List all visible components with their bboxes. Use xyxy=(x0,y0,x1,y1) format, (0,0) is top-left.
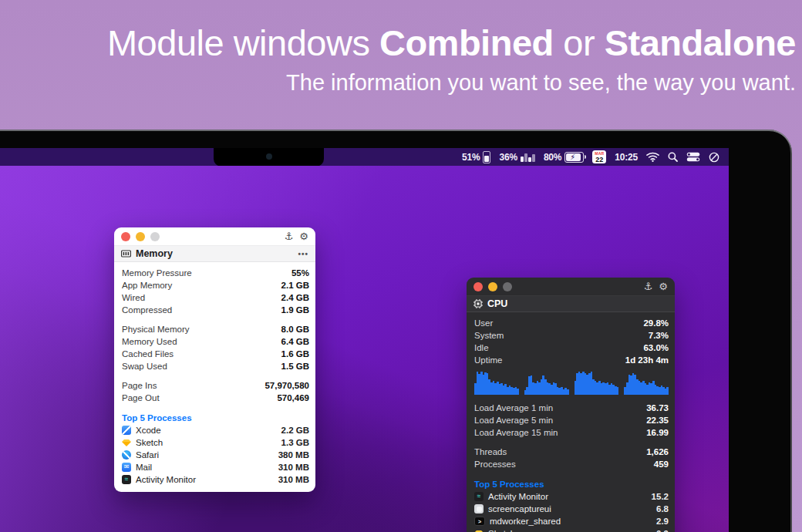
minimize-button[interactable] xyxy=(136,232,145,241)
stat-value: 1.5 GB xyxy=(281,362,309,371)
stat-row: Cached Files1.6 GB xyxy=(122,348,309,360)
traffic-lights xyxy=(473,282,512,291)
stat-value: 1.6 GB xyxy=(281,349,309,359)
cpu-top5-header: Top 5 Processes xyxy=(474,477,669,490)
stat-value: 570,469 xyxy=(277,393,309,402)
wifi-icon[interactable] xyxy=(646,152,659,162)
process-row: Safari380 MB xyxy=(122,449,309,461)
memory-module-window: ⚓ ⚙ Memory ••• Memory Pressure55%App Mem… xyxy=(114,227,315,492)
activity-app-icon: ≈ xyxy=(122,475,131,484)
stat-value: 1,626 xyxy=(646,447,669,456)
display-notch xyxy=(214,148,324,167)
stat-label: Load Average 15 min xyxy=(474,428,646,437)
memory-titlebar[interactable]: ⚓ ⚙ xyxy=(114,227,315,246)
stat-value: 7.3% xyxy=(649,331,669,340)
menubar-clock[interactable]: 10:25 xyxy=(615,152,638,163)
cpu-history-chart xyxy=(524,369,569,395)
process-row: Sketch0.9 xyxy=(474,527,669,532)
cpu-stats-group-1: User29.8%System7.3%Idle63.0%Uptime1d 23h… xyxy=(474,317,669,366)
stat-value: 1d 23h 4m xyxy=(625,355,669,365)
stat-value: 6.4 GB xyxy=(281,337,309,346)
process-value: 310 MB xyxy=(278,475,309,484)
process-row: >mdworker_shared2.9 xyxy=(474,515,669,527)
calendar-icon[interactable]: MAR 22 xyxy=(592,150,606,163)
cpu-titlebar[interactable]: ⚓ ⚙ xyxy=(467,278,675,296)
stat-label: Memory Used xyxy=(122,337,281,346)
gear-icon[interactable]: ⚙ xyxy=(659,281,668,292)
stat-row: App Memory2.1 GB xyxy=(122,279,309,291)
traffic-lights xyxy=(121,232,160,241)
stat-row: Memory Pressure55% xyxy=(122,267,309,279)
pin-icon[interactable]: ⚓ xyxy=(285,231,294,242)
stat-label: Load Average 5 min xyxy=(474,416,646,425)
memory-stats-group-1: Memory Pressure55%App Memory2.1 GBWired2… xyxy=(122,267,309,316)
cpu-core-history-charts xyxy=(474,369,669,395)
cpu-module-window: ⚓ ⚙ CPU User29.8%System7.3%Idle63.0%Upti… xyxy=(467,278,675,532)
stat-label: Cached Files xyxy=(122,349,281,359)
process-row: ≈Activity Monitor15.2 xyxy=(474,490,669,503)
process-name: Activity Monitor xyxy=(488,492,647,501)
cpu-stats-group-3: Threads1,626Processes459 xyxy=(474,446,669,470)
process-value: 15.2 xyxy=(652,492,669,501)
more-menu-button[interactable]: ••• xyxy=(298,250,308,258)
terminal-app-icon: > xyxy=(474,517,485,526)
process-value: 0.9 xyxy=(656,529,669,532)
search-icon[interactable] xyxy=(668,152,678,162)
stat-label: Page Ins xyxy=(122,381,265,390)
stat-row: Page Out570,469 xyxy=(122,392,309,404)
process-value: 2.2 GB xyxy=(281,426,309,435)
page-title-regular-1: Module windows xyxy=(107,22,379,63)
stat-row: Compressed1.9 GB xyxy=(122,304,309,316)
stat-row: Load Average 5 min22.35 xyxy=(474,414,669,426)
menubar-memory-item[interactable]: 51% xyxy=(462,151,490,163)
process-row: ✉Mail310 MB xyxy=(122,461,309,473)
battery-percent: 80% xyxy=(544,152,561,163)
stat-value: 459 xyxy=(654,460,669,469)
close-button[interactable] xyxy=(473,282,483,291)
memory-title: Memory xyxy=(136,248,173,259)
process-name: Safari xyxy=(136,450,274,460)
sketch-app-icon xyxy=(474,529,484,532)
process-value: 2.9 xyxy=(656,517,669,526)
cpu-title: CPU xyxy=(487,298,507,309)
gear-icon[interactable]: ⚙ xyxy=(299,231,308,242)
stat-value: 55% xyxy=(291,268,309,278)
hero-banner: Module windows Combined or Standalone Th… xyxy=(0,23,796,96)
screencap-app-icon xyxy=(474,504,484,513)
zoom-button[interactable] xyxy=(503,282,512,291)
memory-top5-header: Top 5 Processes xyxy=(122,411,309,424)
minimize-button[interactable] xyxy=(488,282,497,291)
process-row: ≈Activity Monitor310 MB xyxy=(122,473,309,486)
sketch-app-icon xyxy=(122,438,131,447)
stat-label: Load Average 1 min xyxy=(474,403,646,412)
stat-row: Uptime1d 23h 4m xyxy=(474,354,669,366)
zoom-button[interactable] xyxy=(150,232,160,241)
stat-label: Compressed xyxy=(122,305,281,315)
menubar-battery-item[interactable]: 80% ⚡ xyxy=(544,152,584,163)
stat-value: 22.35 xyxy=(646,416,669,425)
stat-row: System7.3% xyxy=(474,329,669,342)
battery-charging-icon: ⚡ xyxy=(564,152,584,163)
stat-value: 36.73 xyxy=(646,403,669,412)
stat-label: Threads xyxy=(474,447,646,456)
pin-icon[interactable]: ⚓ xyxy=(644,281,653,292)
close-button[interactable] xyxy=(121,232,130,241)
cpu-process-list: ≈Activity Monitor15.2screencaptureui6.8>… xyxy=(474,490,669,532)
stat-value: 16.99 xyxy=(646,428,669,437)
control-center-icon[interactable] xyxy=(686,152,700,162)
stat-value: 57,970,580 xyxy=(265,381,309,390)
focus-icon[interactable] xyxy=(709,152,719,163)
cpu-history-chart xyxy=(474,369,519,395)
process-name: Xcode xyxy=(136,426,277,435)
cpu-header: CPU xyxy=(467,296,675,312)
stat-value: 29.8% xyxy=(643,318,669,328)
stat-row: Memory Used6.4 GB xyxy=(122,335,309,348)
memory-process-list: Xcode2.2 GBSketch1.3 GBSafari380 MB✉Mail… xyxy=(122,424,309,486)
ram-chip-icon xyxy=(121,250,131,258)
menubar-cpu-item[interactable]: 36% xyxy=(499,152,534,163)
process-row: screencaptureui6.8 xyxy=(474,503,669,515)
safari-app-icon xyxy=(122,450,131,460)
stat-label: Idle xyxy=(474,343,643,352)
notch-camera xyxy=(266,153,272,160)
memory-gauge-icon xyxy=(483,151,490,163)
